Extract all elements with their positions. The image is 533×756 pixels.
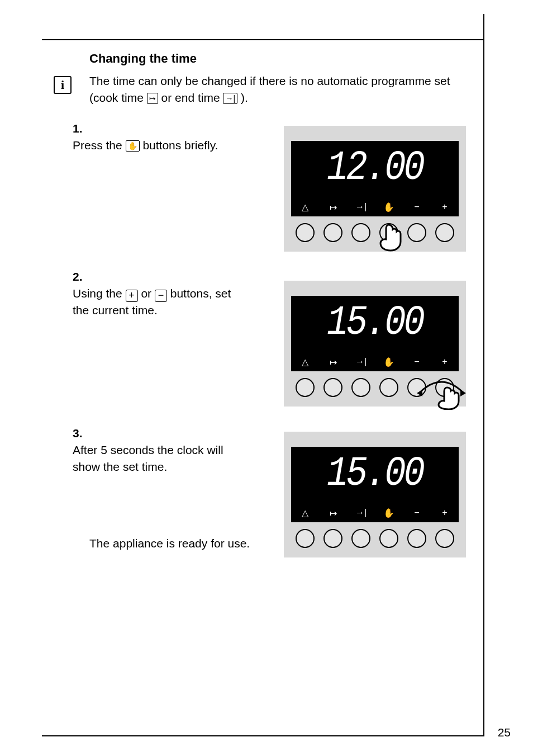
end-time-icon: →|: [223, 93, 237, 104]
plus-icon: +: [126, 290, 138, 302]
panel1-button-1[interactable]: [296, 223, 315, 242]
button-row-3: [291, 526, 459, 551]
step-3: 3. After 5 seconds the clock will show t…: [73, 425, 265, 475]
panel2-button-6[interactable]: [435, 378, 454, 397]
step-1-pre: Press the: [73, 139, 126, 152]
section-heading: Changing the time: [89, 51, 197, 66]
clock-button-icon: ✋: [126, 140, 140, 152]
panel1-button-4[interactable]: [379, 223, 398, 242]
sym-cooktime-icon: ↦: [322, 357, 344, 367]
panel3-button-2[interactable]: [323, 529, 342, 548]
sym-bell-icon: △: [294, 508, 316, 518]
final-text: The appliance is ready for use.: [89, 537, 250, 550]
display-panel-3: 15.00 △ ↦ →| ✋ − +: [284, 432, 466, 557]
panel2-button-5[interactable]: [407, 378, 426, 397]
time-readout-1: 12.00: [291, 141, 459, 191]
sym-plus-icon: +: [434, 357, 456, 367]
symbol-row-2: △ ↦ →| ✋ − +: [291, 352, 459, 371]
intro-line1: The time can only be changed if there is…: [89, 74, 450, 87]
step-1: 1. Press the ✋ buttons briefly.: [73, 120, 265, 154]
sym-plus-icon: +: [434, 202, 456, 212]
panel2-button-4[interactable]: [379, 378, 398, 397]
panel3-button-5[interactable]: [407, 529, 426, 548]
page-number: 25: [498, 726, 511, 739]
sym-minus-icon: −: [406, 357, 428, 367]
cook-time-icon: ↦: [147, 93, 158, 104]
step-1-num: 1.: [73, 120, 89, 137]
intro-line2-post: ).: [241, 91, 248, 104]
sym-endtime-icon: →|: [350, 508, 372, 518]
panel3-button-1[interactable]: [296, 529, 315, 548]
step-2-mid: or: [141, 287, 155, 300]
sym-hand-icon: ✋: [378, 508, 400, 518]
step-1-post: buttons briefly.: [142, 139, 218, 152]
button-row-2: [291, 375, 459, 400]
sym-hand-icon: ✋: [378, 357, 400, 367]
sym-minus-icon: −: [406, 508, 428, 518]
intro-line2-pre: (cook time: [89, 91, 147, 104]
symbol-row-1: △ ↦ →| ✋ − +: [291, 197, 459, 216]
step-3-text: After 5 seconds the clock will show the …: [73, 442, 246, 475]
intro-text: The time can only be changed if there is…: [89, 73, 469, 106]
panel2-button-1[interactable]: [296, 378, 315, 397]
sym-cooktime-icon: ↦: [322, 202, 344, 212]
panel2-button-2[interactable]: [323, 378, 342, 397]
intro-line2-mid: or end time: [161, 91, 223, 104]
panel3-button-4[interactable]: [379, 529, 398, 548]
sym-endtime-icon: →|: [350, 357, 372, 367]
panel3-button-3[interactable]: [351, 529, 370, 548]
step-2-pre: Using the: [73, 287, 126, 300]
top-rule: [42, 39, 483, 40]
sym-hand-icon: ✋: [378, 202, 400, 212]
step-2: 2. Using the + or − buttons, set the cur…: [73, 268, 265, 319]
time-readout-2: 15.00: [291, 296, 459, 346]
panel1-button-2[interactable]: [323, 223, 342, 242]
display-panel-2: 15.00 △ ↦ →| ✋ − +: [284, 281, 466, 407]
panel3-button-6[interactable]: [435, 529, 454, 548]
step-3-num: 3.: [73, 425, 89, 442]
minus-icon: −: [155, 290, 167, 302]
sym-bell-icon: △: [294, 202, 316, 212]
sym-minus-icon: −: [406, 202, 428, 212]
sym-plus-icon: +: [434, 508, 456, 518]
panel1-button-3[interactable]: [351, 223, 370, 242]
time-readout-3: 15.00: [291, 447, 459, 497]
sym-bell-icon: △: [294, 357, 316, 367]
sym-endtime-icon: →|: [350, 202, 372, 212]
display-panel-1: 12.00 △ ↦ →| ✋ − +: [284, 126, 466, 252]
svg-marker-1: [460, 390, 466, 396]
step-2-num: 2.: [73, 268, 89, 285]
button-row-1: [291, 220, 459, 245]
panel1-button-5[interactable]: [407, 223, 426, 242]
sym-cooktime-icon: ↦: [322, 508, 344, 518]
panel2-button-3[interactable]: [351, 378, 370, 397]
info-icon: i: [54, 76, 72, 94]
panel1-button-6[interactable]: [435, 223, 454, 242]
symbol-row-3: △ ↦ →| ✋ − +: [291, 503, 459, 522]
